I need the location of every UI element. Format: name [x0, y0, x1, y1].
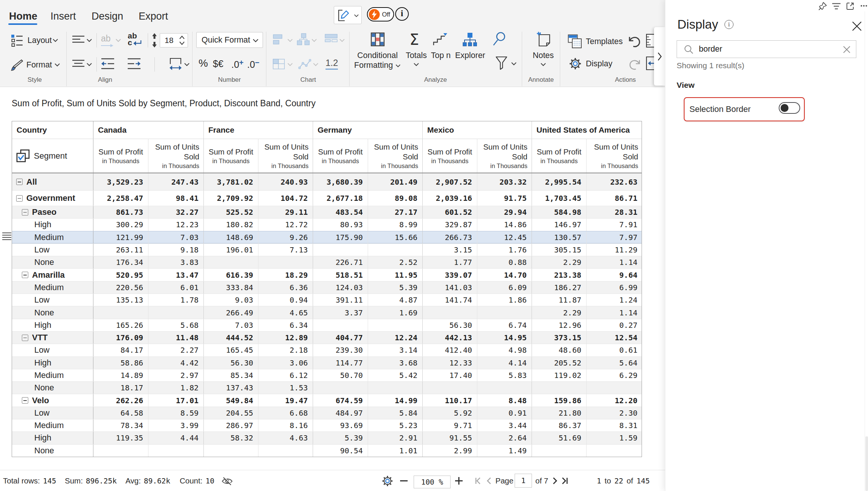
- close-panel-icon[interactable]: [852, 21, 862, 31]
- collapse-icon[interactable]: [22, 397, 28, 404]
- value-cell[interactable]: 4.65: [258, 306, 313, 318]
- value-cell[interactable]: 7.91: [587, 219, 642, 231]
- value-cell[interactable]: 9.71: [423, 419, 477, 431]
- filter-icon[interactable]: [496, 57, 507, 71]
- value-cell[interactable]: 1.69: [368, 306, 423, 318]
- value-cell[interactable]: [587, 382, 642, 394]
- value-cell[interactable]: 18.29: [258, 269, 313, 281]
- value-cell[interactable]: 13.47: [148, 269, 204, 281]
- value-cell[interactable]: 1.76: [477, 244, 532, 256]
- value-cell[interactable]: 2,995.54: [532, 173, 587, 190]
- font-size-down-icon[interactable]: [179, 41, 185, 46]
- value-cell[interactable]: 4.87: [368, 294, 423, 306]
- value-cell[interactable]: 32.27: [148, 206, 204, 218]
- format-caret-icon[interactable]: [54, 63, 60, 67]
- value-cell[interactable]: 148.69: [204, 231, 258, 243]
- value-cell[interactable]: 58.86: [93, 357, 148, 369]
- value-cell[interactable]: 300.29: [93, 219, 148, 231]
- value-cell[interactable]: [423, 382, 477, 394]
- value-cell[interactable]: 1.86: [477, 294, 532, 306]
- value-cell[interactable]: 130.57: [532, 231, 587, 243]
- value-cell[interactable]: 1.49: [477, 445, 532, 457]
- value-cell[interactable]: 119.35: [93, 432, 148, 444]
- align-top-icon[interactable]: [72, 35, 85, 45]
- value-cell[interactable]: 329.87: [423, 219, 477, 231]
- value-cell[interactable]: [477, 382, 532, 394]
- value-cell[interactable]: 247.43: [148, 173, 204, 190]
- value-cell[interactable]: 7.03: [204, 319, 258, 331]
- value-cell[interactable]: 12.24: [368, 332, 423, 344]
- measure-header-profit[interactable]: Sum of Profitin Thousands: [532, 139, 587, 173]
- value-cell[interactable]: 226.71: [313, 256, 368, 268]
- value-cell[interactable]: 1.01: [368, 445, 423, 457]
- row-header-low[interactable]: Low: [12, 294, 93, 306]
- measure-header-profit[interactable]: Sum of Profitin Thousands: [93, 139, 148, 173]
- value-cell[interactable]: 141.03: [423, 281, 477, 294]
- value-cell[interactable]: 204.55: [204, 407, 258, 419]
- clear-search-icon[interactable]: [843, 46, 851, 54]
- filter-caret-icon[interactable]: [511, 61, 517, 66]
- country-header[interactable]: United States of America: [532, 121, 642, 139]
- value-cell[interactable]: 14.86: [477, 219, 532, 231]
- value-cell[interactable]: 232.63: [587, 173, 642, 190]
- row-header-amarilla[interactable]: Amarilla: [12, 269, 93, 281]
- value-cell[interactable]: 17.40: [423, 369, 477, 381]
- value-cell[interactable]: 239.30: [313, 344, 368, 356]
- top-n-icon[interactable]: [433, 32, 448, 47]
- value-cell[interactable]: [148, 306, 204, 318]
- table-settings-gear-icon[interactable]: [382, 476, 393, 486]
- value-cell[interactable]: 6.12: [258, 369, 313, 381]
- value-cell[interactable]: 262.26: [93, 394, 148, 406]
- value-cell[interactable]: 1.14: [587, 306, 642, 318]
- tab-home[interactable]: Home: [9, 11, 37, 22]
- value-cell[interactable]: [313, 244, 368, 256]
- value-cell[interactable]: 176.09: [93, 332, 148, 344]
- row-header-medium[interactable]: Medium: [12, 231, 93, 243]
- value-cell[interactable]: 51.69: [532, 432, 587, 444]
- zoom-in-icon[interactable]: [455, 477, 463, 485]
- collapse-icon[interactable]: [16, 195, 23, 202]
- value-cell[interactable]: 339.07: [423, 269, 477, 281]
- value-cell[interactable]: 6.68: [258, 407, 313, 419]
- value-cell[interactable]: 5.39: [368, 281, 423, 294]
- row-header-medium[interactable]: Medium: [12, 419, 93, 431]
- value-cell[interactable]: 93.69: [313, 419, 368, 431]
- value-cell[interactable]: 444.52: [204, 332, 258, 344]
- last-page-icon[interactable]: [561, 477, 569, 485]
- panel-collapse-handle[interactable]: [654, 27, 665, 86]
- value-cell[interactable]: 121.99: [93, 231, 148, 243]
- collapse-icon[interactable]: [22, 272, 28, 278]
- value-cell[interactable]: 2.29: [532, 306, 587, 318]
- value-cell[interactable]: 50.70: [313, 369, 368, 381]
- value-cell[interactable]: 0.61: [587, 344, 642, 356]
- value-cell[interactable]: [93, 306, 148, 318]
- value-cell[interactable]: 220.56: [93, 281, 148, 294]
- pivot-row[interactable]: High300.2912.23180.8212.7280.938.99329.8…: [12, 218, 642, 231]
- value-cell[interactable]: 6.36: [258, 281, 313, 294]
- value-cell[interactable]: 80.93: [313, 219, 368, 231]
- value-cell[interactable]: 333.84: [204, 281, 258, 294]
- value-cell[interactable]: 186.27: [532, 281, 587, 294]
- search-feature-icon[interactable]: [492, 32, 507, 47]
- value-cell[interactable]: 91.55: [423, 432, 477, 444]
- value-cell[interactable]: 14.95: [477, 332, 532, 344]
- value-cell[interactable]: 8.31: [587, 419, 642, 431]
- value-cell[interactable]: 85.34: [204, 369, 258, 381]
- row-header-government[interactable]: Government: [12, 191, 93, 206]
- value-cell[interactable]: 549.84: [204, 394, 258, 406]
- row-header-low[interactable]: Low: [12, 244, 93, 256]
- country-header[interactable]: Mexico: [423, 121, 532, 139]
- value-cell[interactable]: 286.97: [204, 419, 258, 431]
- value-cell[interactable]: 6.34: [258, 319, 313, 331]
- value-cell[interactable]: 146.97: [532, 219, 587, 231]
- row-header-vtt[interactable]: VTT: [12, 332, 93, 344]
- pivot-row[interactable]: Amarilla520.9513.47616.3918.29518.5111.9…: [12, 268, 642, 281]
- totals-sigma-icon[interactable]: Σ: [410, 32, 419, 47]
- conditional-formatting-icon[interactable]: [371, 32, 385, 46]
- value-cell[interactable]: 12.72: [258, 219, 313, 231]
- value-cell[interactable]: 11.48: [148, 332, 204, 344]
- country-header[interactable]: Germany: [313, 121, 423, 139]
- row-header-paseo[interactable]: Paseo: [12, 206, 93, 218]
- value-cell[interactable]: 12.45: [477, 231, 532, 243]
- value-cell[interactable]: 3.68: [368, 357, 423, 369]
